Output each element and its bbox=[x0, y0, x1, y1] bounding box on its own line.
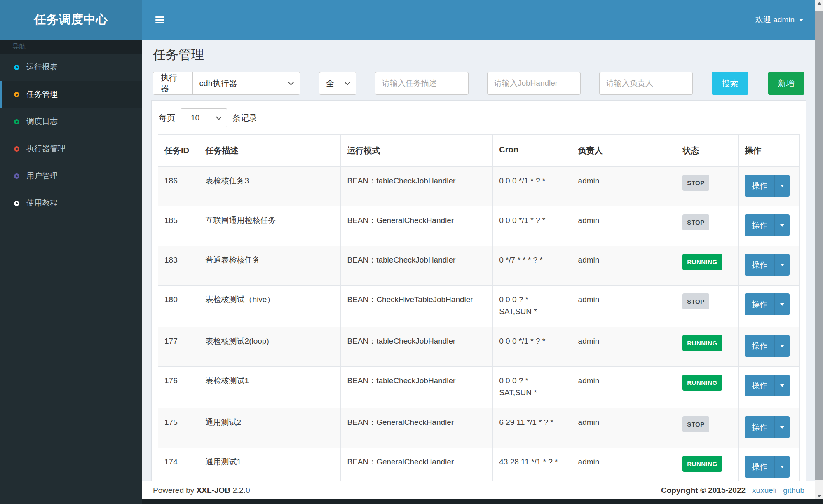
action-dropdown-toggle[interactable] bbox=[774, 335, 790, 357]
action-split-button[interactable]: 操作 bbox=[745, 214, 790, 236]
powered-by: Powered by XXL-JOB 2.2.0 bbox=[153, 486, 250, 495]
run-mode-cell: BEAN：GeneralCheckHandler bbox=[341, 206, 493, 246]
run-mode-cell: BEAN：CheckHiveTableJobHandler bbox=[341, 286, 493, 327]
action-dropdown-toggle[interactable] bbox=[774, 416, 790, 438]
action-cell: 操作 bbox=[739, 167, 800, 206]
owner-cell: admin bbox=[572, 367, 676, 408]
action-button-label[interactable]: 操作 bbox=[745, 175, 774, 197]
status-badge-wrap: RUNNING bbox=[682, 335, 722, 351]
cron-cell: 6 29 11 */1 * ? * bbox=[493, 408, 572, 448]
action-button-label[interactable]: 操作 bbox=[745, 254, 774, 276]
status-badge: RUNNING bbox=[682, 335, 722, 351]
status-badge-wrap: STOP bbox=[682, 175, 709, 191]
app-logo[interactable]: 任务调度中心 bbox=[0, 0, 142, 40]
action-split-button[interactable]: 操作 bbox=[745, 335, 790, 357]
action-dropdown-toggle[interactable] bbox=[774, 254, 790, 276]
footer-right: Copyright © 2015-2022 xuxueli github bbox=[661, 486, 804, 495]
cron-cell: 0 0 0 ? * SAT,SUN * bbox=[493, 286, 572, 327]
action-dropdown-toggle[interactable] bbox=[774, 214, 790, 236]
sidebar-item-label: 执行器管理 bbox=[26, 143, 66, 154]
copyright-label: Copyright © 2015-2022 bbox=[661, 486, 746, 495]
status-badge: STOP bbox=[682, 214, 709, 230]
github-link[interactable]: github bbox=[783, 486, 804, 495]
brand-name: XXL-JOB bbox=[197, 486, 230, 495]
footer: Powered by XXL-JOB 2.2.0 Copyright © 201… bbox=[142, 481, 815, 499]
executor-select[interactable]: cdh执行器 bbox=[193, 72, 300, 94]
caret-down-icon bbox=[799, 19, 804, 21]
action-button-label[interactable]: 操作 bbox=[745, 214, 774, 236]
table-row: 183 普通表检核任务 BEAN：tableCheckJobHandler 0 … bbox=[158, 246, 800, 286]
sidebar: 导航 运行报表 任务管理 调度日志 执行器管理 用户管理 使用教程 bbox=[0, 40, 142, 504]
cron-cell: 0 0 0 */1 * ? * bbox=[493, 327, 572, 367]
sidebar-item-4[interactable]: 用户管理 bbox=[0, 162, 142, 190]
action-button-label[interactable]: 操作 bbox=[745, 335, 774, 357]
vertical-scrollbar[interactable] bbox=[815, 0, 823, 499]
scope-select[interactable]: 全 bbox=[319, 72, 356, 95]
job-id-cell: 180 bbox=[158, 286, 199, 327]
welcome-user-label: 欢迎 admin bbox=[755, 14, 795, 25]
sidebar-toggle-icon[interactable] bbox=[153, 13, 167, 27]
add-button[interactable]: 新增 bbox=[768, 72, 805, 95]
scroll-up-arrow-icon[interactable] bbox=[815, 0, 823, 7]
sidebar-item-label: 使用教程 bbox=[26, 198, 58, 209]
caret-down-icon bbox=[780, 384, 784, 387]
action-cell: 操作 bbox=[739, 246, 800, 286]
table-row: 180 表检核测试（hive） BEAN：CheckHiveTableJobHa… bbox=[158, 286, 800, 327]
owner-cell: admin bbox=[572, 286, 676, 327]
run-mode-cell: BEAN：GeneralCheckHandler bbox=[341, 408, 493, 448]
header-actions: 操作 bbox=[739, 135, 800, 167]
chevron-down-icon bbox=[345, 79, 350, 85]
cron-cell: 0 0 0 ? * SAT,SUN * bbox=[493, 367, 572, 408]
sidebar-item-label: 调度日志 bbox=[26, 116, 58, 127]
sidebar-item-label: 用户管理 bbox=[26, 171, 58, 181]
action-dropdown-toggle[interactable] bbox=[774, 456, 790, 478]
job-desc-cell: 表检核测试1 bbox=[199, 367, 341, 408]
action-split-button[interactable]: 操作 bbox=[745, 456, 790, 478]
caret-down-icon bbox=[780, 303, 784, 306]
owner-input[interactable] bbox=[599, 72, 693, 95]
scope-select-value: 全 bbox=[326, 78, 334, 89]
action-button-label[interactable]: 操作 bbox=[745, 456, 774, 478]
status-badge-wrap: STOP bbox=[682, 293, 709, 309]
action-split-button[interactable]: 操作 bbox=[745, 375, 790, 396]
page-size-row: 每页 10 条记录 bbox=[158, 107, 800, 128]
job-desc-input[interactable] bbox=[375, 72, 469, 95]
search-button[interactable]: 搜索 bbox=[712, 72, 748, 95]
status-badge-wrap: STOP bbox=[682, 214, 709, 230]
sidebar-item-0[interactable]: 运行报表 bbox=[0, 54, 142, 81]
sidebar-item-1[interactable]: 任务管理 bbox=[0, 81, 142, 108]
action-dropdown-toggle[interactable] bbox=[774, 175, 790, 197]
page-size-value: 10 bbox=[191, 113, 199, 122]
run-mode-cell: BEAN：tableCheckJobHandler bbox=[341, 327, 493, 367]
jobhandler-input[interactable] bbox=[487, 72, 581, 95]
action-split-button[interactable]: 操作 bbox=[745, 293, 790, 315]
page-size-select[interactable]: 10 bbox=[181, 108, 227, 127]
status-badge-wrap: STOP bbox=[682, 416, 709, 432]
sidebar-item-5[interactable]: 使用教程 bbox=[0, 190, 142, 217]
sidebar-menu: 运行报表 任务管理 调度日志 执行器管理 用户管理 使用教程 bbox=[0, 54, 142, 217]
action-dropdown-toggle[interactable] bbox=[774, 375, 790, 396]
action-button-label[interactable]: 操作 bbox=[745, 375, 774, 396]
run-mode-cell: BEAN：tableCheckJobHandler bbox=[341, 367, 493, 408]
version-label: 2.2.0 bbox=[232, 486, 250, 495]
action-button-label[interactable]: 操作 bbox=[745, 416, 774, 438]
action-button-label[interactable]: 操作 bbox=[745, 293, 774, 315]
xuxueli-link[interactable]: xuxueli bbox=[752, 486, 776, 495]
action-split-button[interactable]: 操作 bbox=[745, 175, 790, 197]
circle-icon bbox=[14, 65, 19, 70]
cron-cell: 0 0 0 */1 * ? * bbox=[493, 167, 572, 206]
scrollbar-thumb[interactable] bbox=[815, 11, 823, 480]
sidebar-item-2[interactable]: 调度日志 bbox=[0, 108, 142, 135]
sidebar-item-3[interactable]: 执行器管理 bbox=[0, 135, 142, 162]
sidebar-item-label: 任务管理 bbox=[26, 89, 58, 100]
status-cell: RUNNING bbox=[676, 367, 739, 408]
cron-cell: 0 */7 * * * ? * bbox=[493, 246, 572, 286]
user-menu[interactable]: 欢迎 admin bbox=[755, 14, 804, 25]
action-split-button[interactable]: 操作 bbox=[745, 254, 790, 276]
action-dropdown-toggle[interactable] bbox=[774, 293, 790, 315]
sidebar-item-label: 运行报表 bbox=[26, 62, 58, 73]
action-split-button[interactable]: 操作 bbox=[745, 416, 790, 438]
filter-toolbar: 执行器 cdh执行器 全 搜索 新增 bbox=[153, 72, 804, 95]
scroll-down-arrow-icon[interactable] bbox=[815, 492, 823, 499]
circle-icon bbox=[14, 119, 19, 124]
